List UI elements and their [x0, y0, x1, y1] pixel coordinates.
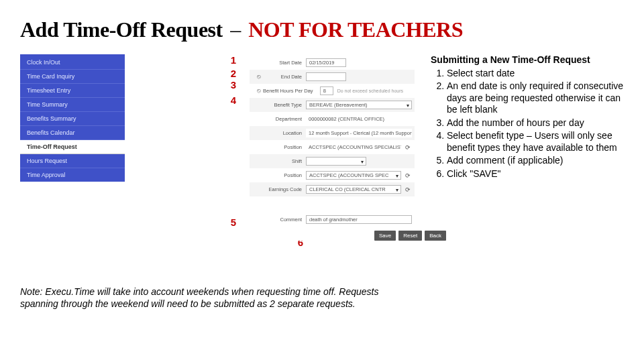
- comment-input[interactable]: death of grandmother: [306, 215, 412, 224]
- end-date-input[interactable]: [306, 72, 346, 81]
- benefit-type-select[interactable]: BEREAVE (Bereavement): [306, 101, 412, 109]
- instruction-item: Add the number of hours per day: [447, 117, 624, 129]
- sidebar: Clock In/Out Time Card Inquiry Timesheet…: [20, 54, 125, 182]
- department-value: 0000000082 (CENTRAL OFFICE): [306, 115, 412, 123]
- instruction-item: Select benefit type – Users will only se…: [447, 130, 624, 154]
- label-end-date: End Date: [263, 74, 306, 80]
- callout-5: 5: [227, 217, 240, 228]
- location-value: 12 month Support - Clerical (12 month Su…: [306, 129, 412, 137]
- label-shift: Shift: [252, 158, 306, 164]
- footer-note: Note: Execu.Time will take into account …: [20, 286, 382, 310]
- benefit-hours-input[interactable]: 8: [320, 86, 333, 95]
- row-position2: Position ACCTSPEC (ACCOUNTING SPEC ⟳: [250, 168, 415, 182]
- label-department: Department: [252, 116, 306, 122]
- instructions-subtitle: Submitting a New Time-Off Request: [431, 54, 624, 66]
- button-row: Save Reset Back: [374, 231, 415, 241]
- instruction-item: Select start date: [447, 68, 624, 80]
- row-benefit-hours: ⦸ Benefit Hours Per Day 8 Do not exceed …: [250, 84, 415, 98]
- reset-button[interactable]: Reset: [398, 231, 422, 241]
- title-dash: –: [230, 17, 241, 42]
- callout-3: 3: [227, 79, 240, 90]
- sidebar-item-timesummary[interactable]: Time Summary: [20, 98, 125, 112]
- instruction-item: Add comment (if applicable): [447, 155, 624, 167]
- save-button[interactable]: Save: [374, 231, 396, 241]
- end-date-info-icon: ⦸: [255, 73, 263, 81]
- instruction-item: Click "SAVE": [447, 168, 624, 180]
- sidebar-item-clock[interactable]: Clock In/Out: [20, 56, 125, 70]
- label-start-date: Start Date: [252, 60, 306, 66]
- sidebar-item-timecard[interactable]: Time Card Inquiry: [20, 70, 125, 84]
- sidebar-item-benefits-summary[interactable]: Benefits Summary: [20, 112, 125, 126]
- row-location: Location 12 month Support - Clerical (12…: [250, 126, 415, 140]
- shift-select[interactable]: [306, 157, 366, 166]
- start-date-input[interactable]: 02/15/2019: [306, 58, 346, 67]
- form-area: Start Date 02/15/2019 ⦸ End Date ⦸ Benef…: [250, 56, 415, 241]
- sidebar-item-hours-request[interactable]: Hours Request: [20, 154, 125, 168]
- label-benefit-hours: Benefit Hours Per Day: [263, 88, 317, 94]
- instructions-list: Select start date An end date is only re…: [435, 68, 624, 180]
- refresh-icon[interactable]: ⟳: [404, 172, 412, 180]
- instruction-item: An end date is only required if consecut…: [447, 80, 624, 116]
- callout-2: 2: [227, 68, 240, 79]
- back-button[interactable]: Back: [425, 231, 446, 241]
- position2-select[interactable]: ACCTSPEC (ACCOUNTING SPEC: [306, 171, 401, 180]
- label-earnings: Earnings Code: [252, 186, 306, 192]
- sidebar-item-benefits-calendar[interactable]: Benefits Calendar: [20, 126, 125, 140]
- page-title: Add Time-Off Request – NOT FOR TEACHERS: [20, 17, 624, 42]
- label-benefit-type: Benefit Type: [252, 102, 306, 108]
- row-end-date: ⦸ End Date: [250, 70, 415, 84]
- row-shift: Shift: [250, 154, 415, 168]
- label-position: Position: [252, 144, 306, 150]
- row-benefit-type: Benefit Type BEREAVE (Bereavement): [250, 98, 415, 112]
- refresh-icon[interactable]: ⟳: [404, 143, 412, 152]
- benefit-hours-info-icon: ⦸: [255, 87, 263, 95]
- sidebar-item-time-approval[interactable]: Time Approval: [20, 168, 125, 182]
- refresh-icon[interactable]: ⟳: [404, 186, 412, 194]
- title-black: Add Time-Off Request: [20, 17, 223, 42]
- row-position: Position ACCTSPEC (ACCOUNTING SPECIALIST…: [250, 140, 415, 154]
- row-department: Department 0000000082 (CENTRAL OFFICE): [250, 112, 415, 126]
- earnings-select[interactable]: CLERICAL CO (CLERICAL CNTR: [306, 185, 401, 194]
- row-start-date: Start Date 02/15/2019: [250, 56, 415, 70]
- app-screenshot: Clock In/Out Time Card Inquiry Timesheet…: [20, 54, 417, 255]
- callout-4: 4: [227, 95, 240, 106]
- sidebar-item-timesheet[interactable]: Timesheet Entry: [20, 84, 125, 98]
- callout-1: 1: [227, 54, 240, 66]
- benefit-hours-hint: Do not exceed scheduled hours: [337, 88, 403, 93]
- instructions: Submitting a New Time-Off Request Select…: [431, 54, 624, 255]
- label-location: Location: [252, 130, 306, 136]
- row-comment: Comment death of grandmother: [250, 213, 415, 227]
- label-position2: Position: [252, 172, 306, 178]
- title-red: NOT FOR TEACHERS: [248, 17, 463, 42]
- row-earnings: Earnings Code CLERICAL CO (CLERICAL CNTR…: [250, 182, 415, 196]
- position-value: ACCTSPEC (ACCOUNTING SPECIALIST): [306, 143, 401, 152]
- label-comment: Comment: [252, 217, 306, 223]
- sidebar-item-timeoff[interactable]: Time-Off Request: [20, 140, 125, 154]
